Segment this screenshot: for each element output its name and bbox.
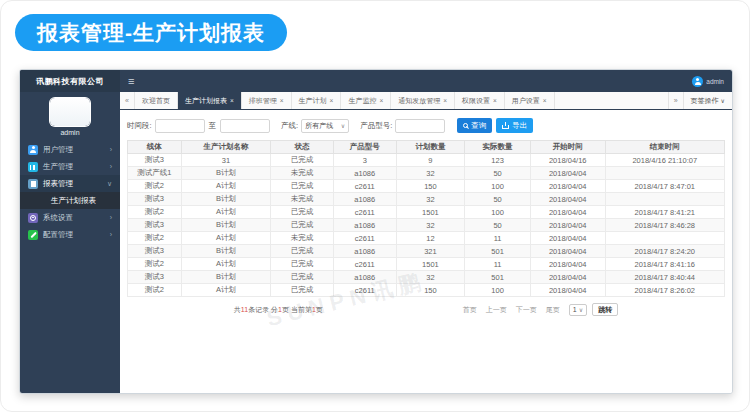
user-avatar-icon[interactable]	[692, 76, 703, 87]
table-cell: 2018/04/04	[530, 219, 605, 232]
table-cell: 3	[333, 154, 396, 167]
tab-用户设置[interactable]: 用户设置×	[505, 92, 555, 109]
table-cell: 2018/04/04	[530, 193, 605, 206]
main-panel: « 欢迎首页生产计划报表×排班管理×生产计划×生产监控×通知发放管理×权限设置×…	[120, 92, 732, 393]
table-row: 测试331已完成391232018/04/162018/4/16 21:10:0…	[128, 154, 725, 167]
table-cell: 12	[396, 232, 465, 245]
tab-label: 权限设置	[462, 96, 490, 106]
table-cell: 50	[465, 193, 531, 206]
summary-text: 共	[234, 306, 241, 313]
sidebar-item-production-management[interactable]: 生产管理 ›	[20, 158, 120, 175]
page-select[interactable]: 1 ∨	[569, 304, 587, 316]
tab-生产监控[interactable]: 生产监控×	[341, 92, 391, 109]
profile-avatar	[50, 98, 90, 126]
tabs-scroll-left-icon[interactable]: «	[120, 92, 135, 109]
content-area: SUNPN讯鹏 时间段: 至 产线: 所有产线 ∨ 产品型号:	[120, 110, 732, 393]
table-cell: B计划	[181, 245, 271, 258]
table-cell	[605, 167, 724, 180]
menu-toggle-icon[interactable]: ≡	[128, 76, 134, 87]
table-cell: 测试2	[128, 180, 182, 193]
table-cell: 32	[396, 193, 465, 206]
table-row: 测试2A计划已完成c261115011002018/04/042018/4/17…	[128, 206, 725, 219]
tab-close-icon[interactable]: ×	[379, 97, 383, 104]
tab-生产计划报表[interactable]: 生产计划报表×	[178, 92, 242, 109]
sidebar-item-system-settings[interactable]: 系统设置 ›	[20, 209, 120, 226]
table-cell: 测试2	[128, 284, 182, 297]
sidebar-subitem-production-plan-report[interactable]: 生产计划报表	[20, 192, 120, 209]
export-icon	[502, 122, 509, 129]
table-cell: 2018/04/04	[530, 271, 605, 284]
table-cell: 2018/4/16 21:10:07	[605, 154, 724, 167]
tabs-scroll-right-icon[interactable]: »	[668, 92, 683, 109]
pager-link-首页[interactable]: 首页	[463, 305, 477, 315]
chevron-down-icon: ∨	[341, 122, 345, 129]
table-cell: 501	[465, 245, 531, 258]
pager-link-下一页[interactable]: 下一页	[516, 305, 537, 315]
table-cell	[605, 193, 724, 206]
tab-label: 用户设置	[512, 96, 540, 106]
summary-text: 页	[316, 306, 323, 313]
model-input[interactable]	[395, 119, 445, 133]
records-summary: 共11条记录 分1页 当前第1页	[234, 305, 323, 315]
tab-ops-label: 页签操作	[691, 96, 719, 106]
chevron-down-icon: ∨	[107, 180, 112, 188]
export-button[interactable]: 导出	[496, 118, 533, 133]
jump-button[interactable]: 跳转	[592, 303, 618, 316]
tab-close-icon[interactable]: ×	[330, 97, 334, 104]
query-button[interactable]: 查询	[457, 118, 492, 133]
table-cell: 2018/04/16	[530, 154, 605, 167]
page: 报表管理-生产计划报表 讯鹏科技有限公司 ≡ admin admin 用户管理 …	[0, 0, 750, 412]
tab-label: 通知发放管理	[398, 96, 440, 106]
navbar-user[interactable]: admin	[692, 76, 724, 87]
summary-text: 页 当前第	[282, 306, 312, 313]
search-icon	[463, 123, 468, 128]
tab-close-icon[interactable]: ×	[280, 97, 284, 104]
sidebar-item-user-management[interactable]: 用户管理 ›	[20, 141, 120, 158]
table-cell: 测试3	[128, 219, 182, 232]
tab-close-icon[interactable]: ×	[543, 97, 547, 104]
tab-close-icon[interactable]: ×	[230, 97, 234, 104]
table-cell: 已完成	[271, 258, 334, 271]
line-select[interactable]: 所有产线 ∨	[301, 119, 349, 133]
tab-close-icon[interactable]: ×	[493, 97, 497, 104]
date-start-input[interactable]	[155, 119, 205, 133]
tab-close-icon[interactable]: ×	[443, 97, 447, 104]
tab-权限设置[interactable]: 权限设置×	[455, 92, 505, 109]
query-button-label: 查询	[471, 121, 486, 131]
navbar-username: admin	[706, 78, 724, 85]
tab-label: 生产监控	[348, 96, 376, 106]
table-cell: 已完成	[271, 206, 334, 219]
table-cell: 100	[465, 284, 531, 297]
table-cell	[605, 232, 724, 245]
pager-link-尾页[interactable]: 尾页	[546, 305, 560, 315]
column-header: 开始时间	[530, 141, 605, 154]
table-cell: 2018/4/17 8:41:21	[605, 206, 724, 219]
table-header-row: 线体生产计划名称状态产品型号计划数量实际数量开始时间结束时间	[128, 141, 725, 154]
sidebar-item-config-management[interactable]: 配置管理 ›	[20, 226, 120, 243]
tab-通知发放管理[interactable]: 通知发放管理×	[391, 92, 455, 109]
pager-link-上一页[interactable]: 上一页	[486, 305, 507, 315]
table-cell: c2611	[333, 284, 396, 297]
table-cell: 测试产线1	[128, 167, 182, 180]
table-cell: 501	[465, 271, 531, 284]
table-cell: 测试3	[128, 154, 182, 167]
tab-排班管理[interactable]: 排班管理×	[242, 92, 292, 109]
table-cell: c2611	[333, 180, 396, 193]
tab-生产计划[interactable]: 生产计划×	[292, 92, 342, 109]
table-cell: B计划	[181, 193, 271, 206]
tab-欢迎首页[interactable]: 欢迎首页	[135, 92, 178, 109]
table-cell: 50	[465, 167, 531, 180]
tab-operations-dropdown[interactable]: 页签操作 ∨	[683, 92, 732, 109]
table-cell: 2018/04/04	[530, 284, 605, 297]
table-row: 测试3B计划已完成a108632502018/04/042018/4/17 8:…	[128, 219, 725, 232]
sidebar-item-report-management[interactable]: 报表管理 ∨	[20, 175, 120, 192]
date-end-input[interactable]	[220, 119, 270, 133]
table-cell: 100	[465, 206, 531, 219]
pager-links: 首页上一页下一页尾页	[463, 305, 560, 315]
table-cell: 9	[396, 154, 465, 167]
sidebar-item-label: 生产管理	[43, 162, 73, 172]
table-row: 测试2A计划未完成c261112112018/04/04	[128, 232, 725, 245]
model-filter-label: 产品型号:	[360, 121, 392, 131]
chevron-right-icon: ›	[110, 214, 112, 221]
table-cell: 123	[465, 154, 531, 167]
